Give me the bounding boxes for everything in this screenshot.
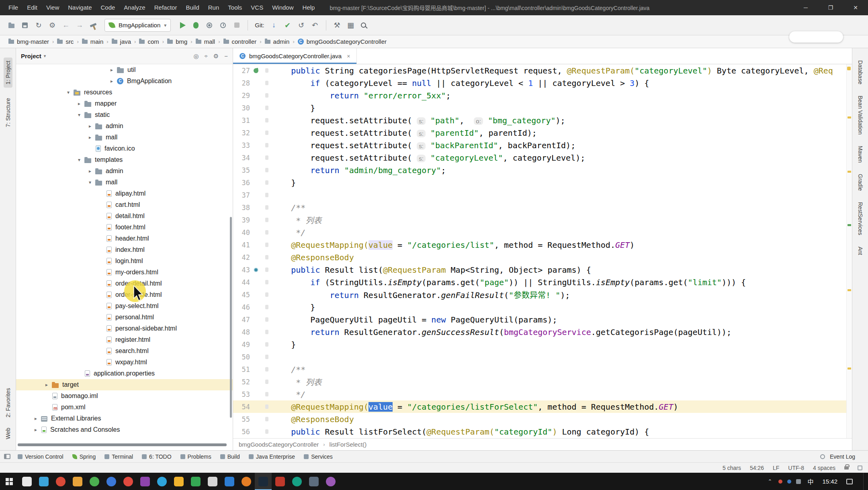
menu-refactor[interactable]: Refactor [150,0,182,15]
tree-item-util[interactable]: ▸util [16,64,233,76]
project-panel-title[interactable]: Project [21,53,41,59]
chevron-down-icon[interactable]: ▾ [44,53,46,59]
toolwindow-tab-restservices[interactable]: RestServices [857,202,864,235]
tray-expand-icon[interactable]: ⌃ [768,478,772,484]
code-line-53[interactable]: 53 */ [233,388,852,400]
taskbar-app-icon-3[interactable] [52,473,69,490]
breadcrumb-item-bmg[interactable]: bmg [165,38,189,45]
tree-item-baomago-iml[interactable]: baomago.iml [16,390,233,402]
code-line-42[interactable]: 42 @ResponseBody [233,251,852,263]
toolwindow-tab-7-structure[interactable]: 7: Structure [5,98,11,127]
layout-icon[interactable]: ▦ [344,19,357,32]
toolwindow-tab-2-favorites[interactable]: 2: Favorites [5,388,11,417]
chevron-collapsed-icon[interactable]: ▸ [86,168,94,174]
git-update-icon[interactable]: ↓ [268,19,280,32]
tray-icon-3[interactable] [796,479,801,484]
editor-breadcrumb-item[interactable]: bmgGoodsCategoryController [239,441,319,448]
menu-edit[interactable]: Edit [23,0,42,15]
panel-settings-gear-icon[interactable]: ⚙ [213,53,219,60]
chevron-expanded-icon[interactable]: ▾ [64,90,73,95]
code-line-55[interactable]: 55 @ResponseBody [233,413,852,425]
taskbar-app-icon-10[interactable] [170,473,187,490]
tree-item-my-orders-html[interactable]: my-orders.html [16,267,233,278]
menu-file[interactable]: File [4,0,23,15]
tray-icon-1[interactable] [778,480,782,484]
chevron-collapsed-icon[interactable]: ▸ [31,427,40,433]
start-button[interactable] [0,473,18,490]
taskbar-app-icon-13[interactable] [221,473,238,490]
taskbar-app-icon-15[interactable] [255,473,272,490]
taskbar-app-icon-1[interactable] [18,473,35,490]
forward-icon[interactable]: → [73,19,86,32]
tray-icon-2[interactable] [787,480,791,484]
code-line-44[interactable]: 44 if (StringUtils.isEmpty(params.get("p… [233,276,852,288]
chevron-collapsed-icon[interactable]: ▸ [86,135,94,140]
toolwindow-tab-bean-validation[interactable]: Bean Validation [857,96,864,135]
run-button[interactable] [176,19,188,32]
toolwindow-tab-1-project[interactable]: 1: Project [4,57,12,88]
toolwindow-button-version-control[interactable]: Version Control [18,453,63,460]
toolwindow-tab-database[interactable]: Database [857,60,864,84]
debug-button[interactable] [189,19,202,32]
tree-item-mapper[interactable]: ▸mapper [16,98,233,109]
code-line-32[interactable]: 32 request.setAttribute( s: "parentId", … [233,127,852,139]
toolwindow-tab-maven[interactable]: Maven [857,146,864,163]
tree-item-order-detail-html[interactable]: order-detail.html [16,278,233,289]
inspections-indicator[interactable] [847,67,851,70]
chevron-expanded-icon[interactable]: ▾ [75,112,84,118]
menu-run[interactable]: Run [204,0,224,15]
taskbar-app-icon-18[interactable] [305,473,322,490]
minimize-button[interactable]: ─ [793,0,818,15]
code-line-30[interactable]: 30 } [233,102,852,114]
taskbar-app-icon-12[interactable] [204,473,221,490]
tree-item-detail-html[interactable]: detail.html [16,210,233,222]
toolwindow-tab-ant[interactable]: Ant [857,247,864,255]
wrench-icon[interactable]: ⚒ [331,19,344,32]
code-line-38[interactable]: 38 /** [233,201,852,214]
indent-indicator[interactable]: 4 spaces [813,465,835,471]
tree-horizontal-scrollbar[interactable] [18,443,227,446]
tree-item-wxpay-html[interactable]: wxpay.html [16,357,233,368]
code-line-37[interactable]: 37 [233,189,852,201]
tree-item-personal-html[interactable]: personal.html [16,312,233,323]
taskbar-app-icon-2[interactable] [35,473,52,490]
clock[interactable]: 15:42 [820,478,840,485]
tree-item-register-html[interactable]: register.html [16,334,233,345]
tree-item-application-properties[interactable]: application.properties [16,368,233,379]
chevron-collapsed-icon[interactable]: ▸ [107,67,116,73]
chevron-collapsed-icon[interactable]: ▸ [107,78,116,84]
menu-analyze[interactable]: Analyze [119,0,149,15]
code-line-47[interactable]: 47 PageQueryUtil pageUtil = new PageQuer… [233,313,852,326]
status-widget-icon[interactable] [858,466,862,470]
toolwindow-button-build[interactable]: Build [220,453,240,460]
breadcrumb-item-controller[interactable]: controller [221,38,259,45]
code-line-34[interactable]: 34 request.setAttribute( s: "categoryLev… [233,151,852,164]
toolwindow-button-6-todo[interactable]: 6: TODO [142,453,172,460]
toolwindow-toggle-icon[interactable] [4,454,10,459]
menu-vcs[interactable]: VCS [246,0,268,15]
code-line-46[interactable]: 46 } [233,301,852,313]
settings-icon[interactable]: ⚙ [46,19,59,32]
chevron-collapsed-icon[interactable]: ▸ [75,101,84,106]
tree-vertical-scrollbar[interactable] [230,217,232,418]
taskbar-app-icon-9[interactable] [154,473,170,490]
chevron-collapsed-icon[interactable]: ▸ [86,123,94,129]
breadcrumb-item-java[interactable]: java [110,38,133,45]
menu-window[interactable]: Window [268,0,298,15]
breadcrumb-item-admin[interactable]: admin [263,38,292,45]
code-line-41[interactable]: 41 @RequestMapping(value = "/categories/… [233,239,852,251]
taskbar-app-icon-16[interactable] [272,473,289,490]
tree-item-search-html[interactable]: search.html [16,345,233,357]
maximize-button[interactable]: ❐ [818,0,843,15]
tree-item-header-html[interactable]: header.html [16,233,233,244]
code-line-51[interactable]: 51 /** [233,363,852,376]
tree-item-pay-select-html[interactable]: pay-select.html [16,300,233,312]
breadcrumb-item-main[interactable]: main [80,38,106,45]
code-line-28[interactable]: 28 if (categoryLevel == null || category… [233,77,852,89]
profiler-button[interactable] [217,19,229,32]
synchronize-icon[interactable]: ↻ [32,19,45,32]
editor-tab[interactable]: bmgGoodsCategoryController.java × [233,48,357,64]
breadcrumb-item-mall[interactable]: mall [194,38,217,45]
taskbar-app-icon-17[interactable] [289,473,305,490]
chevron-expanded-icon[interactable]: ▾ [75,157,84,163]
